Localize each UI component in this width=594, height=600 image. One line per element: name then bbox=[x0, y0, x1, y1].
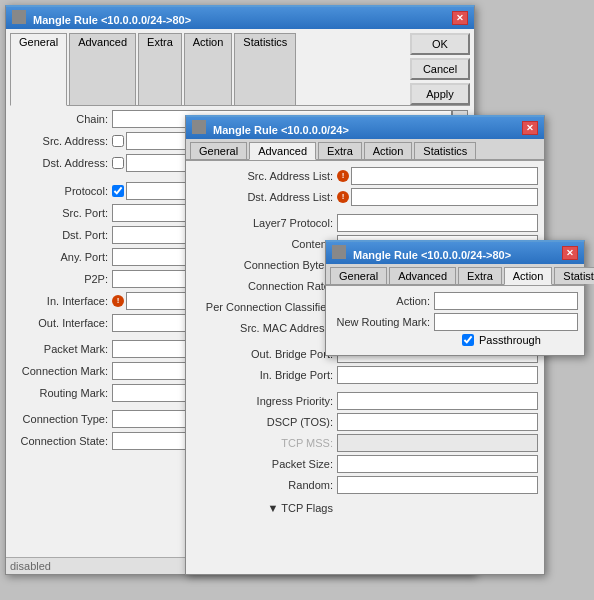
tab-extra-win1[interactable]: Extra bbox=[138, 33, 182, 105]
tab-advanced-win1[interactable]: Advanced bbox=[69, 33, 136, 105]
new-routing-mark-label: New Routing Mark: bbox=[332, 316, 434, 328]
dst-port-label: Dst. Port: bbox=[12, 229, 112, 241]
ingress-priority-row: Ingress Priority: bbox=[192, 392, 538, 410]
window-icon-win2 bbox=[192, 120, 206, 134]
tab-general-win1[interactable]: General bbox=[10, 33, 67, 106]
dscp-input[interactable] bbox=[337, 413, 538, 431]
tab-extra-win2[interactable]: Extra bbox=[318, 142, 362, 159]
in-interface-icon: ! bbox=[112, 295, 124, 307]
passthrough-row: Passthrough bbox=[462, 334, 578, 346]
tab-statistics-win1[interactable]: Statistics bbox=[234, 33, 296, 105]
src-address-checkbox[interactable] bbox=[112, 135, 124, 147]
in-bridge-port-label: In. Bridge Port: bbox=[192, 369, 337, 381]
in-bridge-port-input[interactable] bbox=[337, 366, 538, 384]
win3-form-content: Action: mark routing New Routing Mark: t… bbox=[326, 286, 584, 355]
tab-general-win3[interactable]: General bbox=[330, 267, 387, 284]
tab-advanced-win2[interactable]: Advanced bbox=[249, 142, 316, 160]
dst-address-list-label: Dst. Address List: bbox=[192, 191, 337, 203]
dst-address-label: Dst. Address: bbox=[12, 157, 112, 169]
tabs-win2: General Advanced Extra Action Statistics bbox=[186, 139, 544, 160]
connection-state-label: Connection State: bbox=[12, 435, 112, 447]
layer7-label: Layer7 Protocol: bbox=[192, 217, 337, 229]
title-win2: Mangle Rule <10.0.0.0/24> bbox=[213, 124, 349, 136]
any-port-label: Any. Port: bbox=[12, 251, 112, 263]
tcp-mss-row: TCP MSS: bbox=[192, 434, 538, 452]
titlebar-win3[interactable]: Mangle Rule <10.0.0.0/24->80> ✕ bbox=[326, 242, 584, 264]
title-win3: Mangle Rule <10.0.0.0/24->80> bbox=[353, 249, 511, 261]
connection-type-label: Connection Type: bbox=[12, 413, 112, 425]
src-address-label: Src. Address: bbox=[12, 135, 112, 147]
src-address-list-row: Src. Address List: ! sem_cache_src bbox=[192, 167, 538, 185]
tabs-win3: General Advanced Extra Action Statistics bbox=[326, 264, 584, 285]
cancel-button[interactable]: Cancel bbox=[410, 58, 470, 80]
passthrough-label: Passthrough bbox=[479, 334, 541, 346]
action-label: Action: bbox=[332, 295, 434, 307]
in-interface-label: In. Interface: bbox=[12, 295, 112, 307]
packet-size-input[interactable] bbox=[337, 455, 538, 473]
new-routing-mark-row: New Routing Mark: to_nimoc bbox=[332, 313, 578, 331]
apply-button[interactable]: Apply bbox=[410, 83, 470, 105]
in-bridge-port-row: In. Bridge Port: bbox=[192, 366, 538, 384]
p2p-label: P2P: bbox=[12, 273, 112, 285]
tab-advanced-win3[interactable]: Advanced bbox=[389, 267, 456, 284]
passthrough-checkbox[interactable] bbox=[462, 334, 474, 346]
random-input[interactable] bbox=[337, 476, 538, 494]
routing-mark-label: Routing Mark: bbox=[12, 387, 112, 399]
close-button-win3[interactable]: ✕ bbox=[562, 246, 578, 260]
close-button-win2[interactable]: ✕ bbox=[522, 121, 538, 135]
ingress-priority-label: Ingress Priority: bbox=[192, 395, 337, 407]
tcp-flags-row[interactable]: ▼ TCP Flags bbox=[192, 502, 538, 514]
layer7-row: Layer7 Protocol: bbox=[192, 214, 538, 232]
action-input[interactable]: mark routing bbox=[434, 292, 578, 310]
connection-rate-label: Connection Rate: bbox=[192, 280, 337, 292]
dst-address-list-container: ! sem_cache_dst bbox=[337, 188, 538, 206]
tab-extra-win3[interactable]: Extra bbox=[458, 267, 502, 284]
ok-button[interactable]: OK bbox=[410, 33, 470, 55]
src-mac-label: Src. MAC Address: bbox=[192, 322, 337, 334]
src-port-label: Src. Port: bbox=[12, 207, 112, 219]
packet-mark-label: Packet Mark: bbox=[12, 343, 112, 355]
src-address-list-icon: ! bbox=[337, 170, 349, 182]
tab-action-win2[interactable]: Action bbox=[364, 142, 413, 159]
src-address-list-label: Src. Address List: bbox=[192, 170, 337, 182]
layer7-input[interactable] bbox=[337, 214, 538, 232]
tab-statistics-win2[interactable]: Statistics bbox=[414, 142, 476, 159]
protocol-checkbox[interactable] bbox=[112, 185, 124, 197]
per-connection-label: Per Connection Classifier: bbox=[192, 301, 337, 313]
dst-address-list-row: Dst. Address List: ! sem_cache_dst bbox=[192, 188, 538, 206]
protocol-label: Protocol: bbox=[12, 185, 112, 197]
out-interface-label: Out. Interface: bbox=[12, 317, 112, 329]
tab-general-win2[interactable]: General bbox=[190, 142, 247, 159]
window-icon-win3 bbox=[332, 245, 346, 259]
tcp-flags-label[interactable]: ▼ TCP Flags bbox=[192, 502, 337, 514]
tcp-mss-input bbox=[337, 434, 538, 452]
new-routing-mark-input[interactable]: to_nimoc bbox=[434, 313, 578, 331]
status-text-win1: disabled bbox=[10, 560, 51, 572]
action-row: Action: mark routing bbox=[332, 292, 578, 310]
dscp-row: DSCP (TOS): bbox=[192, 413, 538, 431]
chain-label: Chain: bbox=[12, 113, 112, 125]
title-win1: Mangle Rule <10.0.0.0/24->80> bbox=[33, 14, 191, 26]
connection-bytes-label: Connection Bytes: bbox=[192, 259, 337, 271]
packet-size-row: Packet Size: bbox=[192, 455, 538, 473]
titlebar-win2[interactable]: Mangle Rule <10.0.0.0/24> ✕ bbox=[186, 117, 544, 139]
tab-statistics-win3[interactable]: Statistics bbox=[554, 267, 594, 284]
window-mangle-rule-3: Mangle Rule <10.0.0.0/24->80> ✕ General … bbox=[325, 240, 585, 356]
random-label: Random: bbox=[192, 479, 337, 491]
content-label: Content: bbox=[192, 238, 337, 250]
titlebar-win1[interactable]: Mangle Rule <10.0.0.0/24->80> ✕ bbox=[6, 7, 474, 29]
dst-address-checkbox[interactable] bbox=[112, 157, 124, 169]
dst-address-list-icon: ! bbox=[337, 191, 349, 203]
dst-address-list-input[interactable]: sem_cache_dst bbox=[351, 188, 538, 206]
src-address-list-input[interactable]: sem_cache_src bbox=[351, 167, 538, 185]
ingress-priority-input[interactable] bbox=[337, 392, 538, 410]
out-bridge-port-label: Out. Bridge Port: bbox=[192, 348, 337, 360]
connection-mark-label: Connection Mark: bbox=[12, 365, 112, 377]
tab-action-win1[interactable]: Action bbox=[184, 33, 233, 105]
tcp-mss-label: TCP MSS: bbox=[192, 437, 337, 449]
close-button-win1[interactable]: ✕ bbox=[452, 11, 468, 25]
random-row: Random: bbox=[192, 476, 538, 494]
packet-size-label: Packet Size: bbox=[192, 458, 337, 470]
window-icon-win1 bbox=[12, 10, 26, 24]
tab-action-win3[interactable]: Action bbox=[504, 267, 553, 285]
